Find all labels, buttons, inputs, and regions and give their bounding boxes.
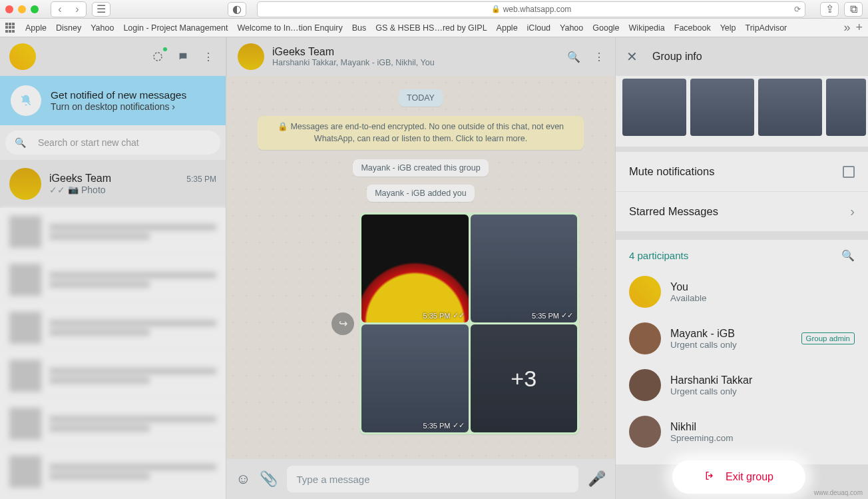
panel-header: ✕ Group info: [616, 37, 868, 76]
forward-button[interactable]: ›: [69, 2, 86, 17]
participant-row[interactable]: Harshanki TakkarUrgent calls only: [616, 362, 868, 408]
chat-item-blurred[interactable]: [0, 208, 226, 256]
chat-item-blurred[interactable]: [0, 448, 226, 496]
notify-subtitle[interactable]: Turn on desktop notifications ›: [51, 101, 186, 112]
media-thumb[interactable]: [622, 79, 686, 136]
bookmark-item[interactable]: Google: [592, 23, 619, 33]
bookmark-item[interactable]: Welcome to In…tion Enquiry: [237, 23, 342, 33]
bookmark-item[interactable]: Apple: [25, 23, 47, 33]
date-pill: TODAY: [399, 89, 443, 107]
participant-avatar: [629, 276, 661, 308]
chat-header[interactable]: iGeeks Team Harshanki Takkar, Mayank - i…: [226, 37, 615, 76]
chat-item-blurred[interactable]: [0, 256, 226, 304]
participant-row[interactable]: NikhilSpreeming.com: [616, 408, 868, 455]
chat-menu-icon[interactable]: ⋮: [594, 51, 604, 63]
gallery-image[interactable]: 5:35 PM✓✓: [471, 215, 578, 322]
mute-checkbox[interactable]: [843, 166, 855, 178]
camera-icon: 📷: [68, 185, 79, 195]
tabs-button[interactable]: ⧉: [844, 2, 863, 17]
group-title: iGeeks Team: [272, 46, 435, 58]
participant-row[interactable]: YouAvailable: [616, 268, 868, 315]
participant-row[interactable]: Mayank - iGBUrgent calls only Group admi…: [616, 315, 868, 362]
bookmark-item[interactable]: Login - Project Management: [123, 23, 228, 33]
maximize-window[interactable]: [31, 5, 39, 13]
bookmark-item[interactable]: Yahoo: [91, 23, 114, 33]
new-chat-icon[interactable]: [175, 49, 191, 65]
notify-title: Get notified of new messages: [51, 89, 186, 101]
bookmark-item[interactable]: GS & HSEB HS…red by GIPL: [375, 23, 487, 33]
read-ticks-icon: ✓✓: [49, 185, 65, 195]
encryption-notice[interactable]: 🔒 Messages are end-to-end encrypted. No …: [258, 116, 584, 150]
settings-section: Mute notifications Starred Messages ›: [616, 152, 868, 232]
chat-time: 5:35 PM: [186, 175, 216, 184]
bookmark-item[interactable]: Facebook: [674, 23, 711, 33]
chat-item-blurred[interactable]: [0, 400, 226, 448]
window-controls: [5, 5, 39, 13]
nav-buttons: ‹ ›: [51, 1, 87, 17]
image-gallery-message[interactable]: ↪ 5:35 PM✓✓ 5:35 PM✓✓ 5:35 PM✓✓ +3: [359, 213, 579, 434]
chevron-right-icon: ›: [850, 204, 855, 219]
media-thumb[interactable]: [826, 79, 866, 136]
search-container: 🔍 Search or start new chat: [0, 125, 226, 160]
bookmark-item[interactable]: Bus: [352, 23, 367, 33]
browser-titlebar: ‹ › ☰ ◐ 🔒 web.whatsapp.com ⟳ ⇪ ⧉: [0, 0, 868, 19]
admin-badge: Group admin: [801, 332, 855, 344]
chat-item-blurred[interactable]: [0, 304, 226, 352]
chat-item-blurred[interactable]: [0, 352, 226, 400]
menu-icon[interactable]: ⋮: [200, 49, 216, 65]
starred-row[interactable]: Starred Messages ›: [616, 192, 868, 232]
url-text: web.whatsapp.com: [503, 5, 572, 14]
minimize-window[interactable]: [18, 5, 26, 13]
close-panel-icon[interactable]: ✕: [626, 49, 638, 65]
search-in-chat-icon[interactable]: 🔍: [567, 51, 580, 63]
close-window[interactable]: [5, 5, 13, 13]
chat-sidebar: ⋮ Get notified of new messages Turn on d…: [0, 37, 226, 499]
media-section[interactable]: [616, 76, 868, 152]
gallery-image[interactable]: 5:35 PM✓✓: [361, 324, 469, 432]
new-tab-button[interactable]: +: [855, 21, 863, 35]
chat-name: iGeeks Team: [49, 173, 111, 185]
search-placeholder: Search or start new chat: [38, 137, 139, 148]
media-thumb[interactable]: [758, 79, 822, 136]
back-button[interactable]: ‹: [51, 2, 69, 17]
bookmark-item[interactable]: Yahoo: [560, 23, 583, 33]
privacy-button[interactable]: ◐: [228, 2, 246, 17]
bell-icon: [11, 85, 41, 116]
apps-grid-icon[interactable]: [5, 23, 16, 33]
bookmark-item[interactable]: Disney: [56, 23, 81, 33]
chat-list: iGeeks Team 5:35 PM ✓✓ 📷 Photo: [0, 160, 226, 499]
gallery-image[interactable]: 5:35 PM✓✓: [361, 215, 469, 322]
sidebar-toggle[interactable]: ☰: [92, 2, 110, 17]
bookmarks-bar: Apple Disney Yahoo Login - Project Manag…: [0, 19, 868, 37]
search-participants-icon[interactable]: 🔍: [841, 249, 855, 262]
emoji-icon[interactable]: ☺: [236, 470, 250, 488]
participant-avatar: [629, 416, 661, 448]
bookmark-item[interactable]: Apple: [497, 23, 518, 33]
status-icon[interactable]: [150, 49, 166, 65]
message-composer: ☺ 📎 Type a message 🎤: [226, 459, 615, 499]
forward-icon[interactable]: ↪: [331, 312, 354, 335]
mute-row[interactable]: Mute notifications: [616, 152, 868, 192]
search-input[interactable]: 🔍 Search or start new chat: [5, 131, 220, 155]
bookmarks-overflow[interactable]: »: [843, 21, 850, 35]
watermark: www.deuaq.com: [814, 489, 863, 496]
message-input[interactable]: Type a message: [287, 466, 578, 492]
bookmark-item[interactable]: Yelp: [720, 23, 736, 33]
attach-icon[interactable]: 📎: [260, 470, 278, 488]
participants-section: 4 participants 🔍 YouAvailable Mayank - i…: [616, 240, 868, 464]
reload-icon[interactable]: ⟳: [794, 5, 801, 14]
bookmark-item[interactable]: iCloud: [527, 23, 550, 33]
address-bar[interactable]: 🔒 web.whatsapp.com ⟳: [257, 1, 805, 17]
bookmark-item[interactable]: Wikipedia: [629, 23, 665, 33]
gallery-image-more[interactable]: +3: [471, 324, 578, 432]
share-button[interactable]: ⇪: [820, 2, 839, 17]
media-thumb[interactable]: [690, 79, 754, 136]
notification-banner[interactable]: Get notified of new messages Turn on des…: [0, 76, 226, 125]
bookmark-item[interactable]: TripAdvisor: [746, 23, 787, 33]
chat-item-active[interactable]: iGeeks Team 5:35 PM ✓✓ 📷 Photo: [0, 160, 226, 208]
participant-count: 4 participants: [629, 250, 688, 261]
mic-icon[interactable]: 🎤: [588, 470, 606, 488]
exit-group-button[interactable]: Exit group: [672, 460, 805, 494]
profile-avatar[interactable]: [9, 43, 36, 70]
chat-avatar: [9, 168, 41, 200]
